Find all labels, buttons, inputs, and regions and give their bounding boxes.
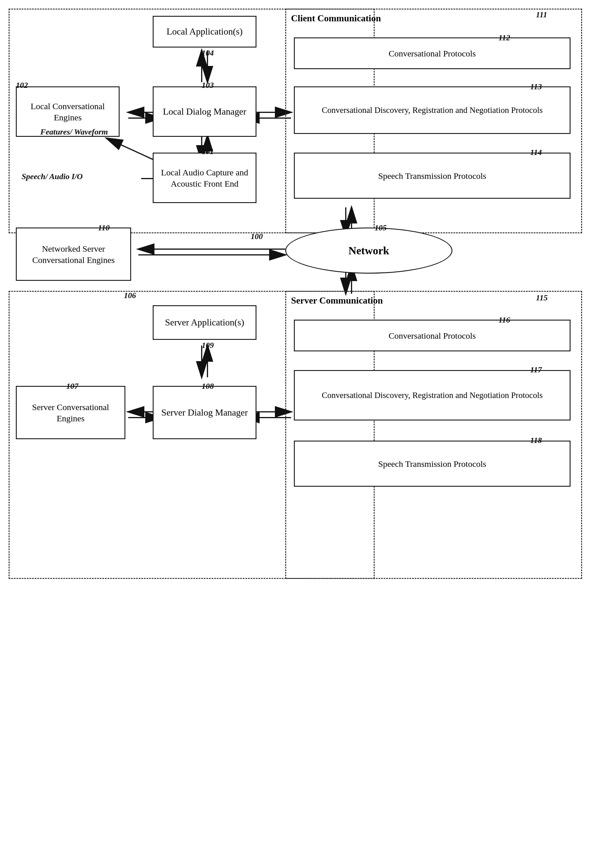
server-dialog-box: Server Dialog Manager xyxy=(153,386,256,439)
label-100: 100 xyxy=(251,232,263,241)
speech-trans-client-box: Speech Transmission Protocols xyxy=(294,153,571,199)
features-waveform-label: Features/ Waveform xyxy=(40,127,108,137)
local-dialog-box: Local Dialog Manager xyxy=(153,86,256,137)
local-audio-box: Local Audio Capture and Acoustic Front E… xyxy=(153,153,256,203)
label-115: 115 xyxy=(536,293,547,303)
speech-audio-label: Speech/ Audio I/O xyxy=(22,171,83,182)
label-111: 111 xyxy=(536,10,547,19)
speech-trans-server-box: Speech Transmission Protocols xyxy=(294,441,571,487)
label-118: 118 xyxy=(530,436,542,445)
client-comm-title: Client Communication xyxy=(291,13,381,24)
server-comm-title: Server Communication xyxy=(291,295,383,306)
label-117: 117 xyxy=(530,365,542,374)
conv-protocols-server-box: Conversational Protocols xyxy=(294,320,571,351)
conv-discovery-client-box: Conversational Discovery, Registration a… xyxy=(294,86,571,134)
label-102: 102 xyxy=(16,81,28,90)
label-103: 103 xyxy=(202,81,214,90)
network-ellipse: Network xyxy=(285,227,453,274)
label-101: 101 xyxy=(202,147,214,156)
server-conv-engines-box: Server Conversational Engines xyxy=(16,386,125,439)
label-116: 116 xyxy=(498,315,510,325)
label-107: 107 xyxy=(66,382,78,391)
label-113: 113 xyxy=(530,82,542,91)
label-109: 109 xyxy=(202,341,214,350)
conv-protocols-client-box: Conversational Protocols xyxy=(294,37,571,69)
label-104: 104 xyxy=(202,49,214,58)
conv-discovery-server-box: Conversational Discovery, Registration a… xyxy=(294,370,571,421)
diagram-container: 100 Local Application(s) 104 Local Conve… xyxy=(0,0,593,868)
server-app-box: Server Application(s) xyxy=(153,305,256,340)
label-105: 105 xyxy=(374,223,387,232)
label-108: 108 xyxy=(202,382,214,391)
label-112: 112 xyxy=(498,33,510,42)
local-app-box: Local Application(s) xyxy=(153,16,256,47)
label-110: 110 xyxy=(98,223,109,232)
label-106: 106 xyxy=(124,291,136,300)
networked-server-box: Networked Server Conversational Engines xyxy=(16,227,131,281)
label-114: 114 xyxy=(530,148,542,157)
